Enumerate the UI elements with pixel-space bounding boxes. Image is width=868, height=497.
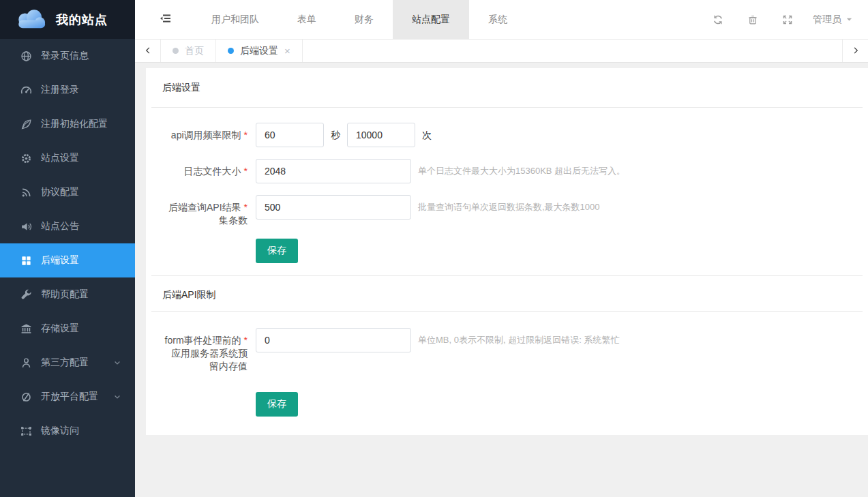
sidebar-item[interactable]: 注册初始化配置 <box>0 107 135 141</box>
tab-label: 后端设置 <box>240 45 278 57</box>
sidebar-item-label: 注册初始化配置 <box>41 118 108 130</box>
speaker-icon <box>20 221 32 232</box>
unit-seconds-label: 秒 <box>331 123 340 147</box>
field-label: 日志文件大小* <box>162 159 248 178</box>
content-area: 后端设置 api调用频率限制* 秒 次 <box>135 63 868 497</box>
app-logo[interactable]: 我的站点 <box>0 0 135 39</box>
reserved-memory-input[interactable] <box>256 328 411 352</box>
sidebar-item[interactable]: 镜像访问 <box>0 414 135 448</box>
gear-icon <box>20 153 32 164</box>
tab-label: 首页 <box>185 45 204 57</box>
refresh-icon[interactable] <box>700 14 735 25</box>
sidebar: 我的站点 登录页信息注册登录注册初始化配置站点设置协议配置站点公告后端设置帮助页… <box>0 0 135 497</box>
sidebar-item[interactable]: 开放平台配置 <box>0 380 135 414</box>
tab-bar: 首页后端设置× <box>135 39 868 63</box>
globe-icon <box>20 50 32 62</box>
sidebar-item-label: 注册登录 <box>41 84 79 96</box>
grid-icon <box>20 255 32 267</box>
log-file-size-input[interactable] <box>256 159 411 183</box>
sidebar-item[interactable]: 帮助页配置 <box>0 277 135 312</box>
save-button[interactable]: 保存 <box>256 392 298 417</box>
backend-api-limit-form: form事件处理前的* 应用服务器系统预 留内存值 单位MB, 0表示不限制, … <box>162 312 852 417</box>
field-label: form事件处理前的* 应用服务器系统预 留内存值 <box>162 328 248 373</box>
form-row-api-rate-limit: api调用频率限制* 秒 次 <box>162 123 852 147</box>
sidebar-item[interactable]: 存储设置 <box>0 312 135 346</box>
sidebar-collapse-button[interactable] <box>135 0 192 39</box>
topnav-item[interactable]: 用户和团队 <box>192 0 278 39</box>
divider <box>151 275 863 276</box>
api-rate-seconds-input[interactable] <box>256 123 324 147</box>
sidebar-item[interactable]: 协议配置 <box>0 175 135 209</box>
sidebar-item[interactable]: 站点公告 <box>0 209 135 243</box>
topnav-item[interactable]: 站点配置 <box>393 0 469 39</box>
tabs-scroll-left-button[interactable] <box>135 40 161 62</box>
sidebar-item-label: 后端设置 <box>41 254 79 267</box>
sidebar-item-label: 第三方配置 <box>41 357 89 369</box>
close-icon[interactable]: × <box>284 46 290 56</box>
top-nav: 用户和团队表单财务站点配置系统 管理员 <box>135 0 868 39</box>
sidebar-item-label: 帮助页配置 <box>41 288 89 301</box>
settings-card: 后端设置 api调用频率限制* 秒 次 <box>146 68 868 435</box>
sidebar-item-label: 开放平台配置 <box>41 391 98 403</box>
topnav-actions <box>700 14 805 25</box>
api-rate-count-input[interactable] <box>347 123 415 147</box>
chevron-down-icon <box>113 393 121 401</box>
field-label: api调用频率限制* <box>162 123 248 142</box>
tabs-scroll-right-button[interactable] <box>842 40 868 62</box>
field-label: 后端查询API结果* 集条数 <box>162 195 248 227</box>
outdent-icon <box>160 13 173 26</box>
caret-down-icon <box>845 16 853 23</box>
section-title-backend-api-limit: 后端API限制 <box>162 288 852 301</box>
chevron-left-icon <box>144 46 152 57</box>
rss-icon <box>20 187 32 198</box>
topnav-item[interactable]: 表单 <box>278 0 335 39</box>
sidebar-item-label: 登录页信息 <box>41 50 89 62</box>
form-row-api-result-count: 后端查询API结果* 集条数 批量查询语句单次返回数据条数,最大条数1000 <box>162 195 852 227</box>
form-row-reserved-memory: form事件处理前的* 应用服务器系统预 留内存值 单位MB, 0表示不限制, … <box>162 328 852 373</box>
api-result-count-input[interactable] <box>256 195 411 220</box>
save-button[interactable]: 保存 <box>256 239 298 263</box>
tab-dot <box>173 48 179 54</box>
topnav-items: 用户和团队表单财务站点配置系统 <box>192 0 526 39</box>
tachometer-icon <box>20 85 32 96</box>
required-asterisk: * <box>244 166 248 177</box>
object-group-icon <box>20 425 32 437</box>
field-hint: 单个日志文件最大大小为15360KB 超出后无法写入。 <box>418 159 625 183</box>
chevron-right-icon <box>852 46 860 57</box>
tab[interactable]: 后端设置× <box>216 40 303 62</box>
sidebar-menu: 登录页信息注册登录注册初始化配置站点设置协议配置站点公告后端设置帮助页配置存储设… <box>0 39 135 448</box>
topnav-item[interactable]: 财务 <box>335 0 393 39</box>
app-window: 我的站点 登录页信息注册登录注册初始化配置站点设置协议配置站点公告后端设置帮助页… <box>0 0 868 497</box>
fullscreen-icon[interactable] <box>770 14 805 25</box>
wrench-icon <box>20 289 32 301</box>
app-title: 我的站点 <box>56 12 108 28</box>
sidebar-item[interactable]: 注册登录 <box>0 73 135 107</box>
sidebar-item-label: 镜像访问 <box>41 425 79 437</box>
trash-icon[interactable] <box>735 14 770 25</box>
pen-icon <box>20 119 32 130</box>
unit-times-label: 次 <box>422 123 432 147</box>
sidebar-item-label: 存储设置 <box>41 322 79 335</box>
user-name: 管理员 <box>813 14 841 26</box>
user-menu[interactable]: 管理员 <box>805 14 868 26</box>
required-asterisk: * <box>244 202 248 213</box>
bank-icon <box>20 323 32 335</box>
required-asterisk: * <box>244 130 248 140</box>
chevron-down-icon <box>113 359 121 367</box>
topnav-item[interactable]: 系统 <box>469 0 526 39</box>
sidebar-item-label: 站点设置 <box>41 152 79 164</box>
form-row-log-file-size: 日志文件大小* 单个日志文件最大大小为15360KB 超出后无法写入。 <box>162 159 852 183</box>
tab[interactable]: 首页 <box>161 40 216 62</box>
section-title-backend-settings: 后端设置 <box>162 80 852 94</box>
topnav-right: 管理员 <box>700 0 868 39</box>
sidebar-item[interactable]: 后端设置 <box>0 243 135 277</box>
field-hint: 单位MB, 0表示不限制, 超过限制返回错误: 系统繁忙 <box>418 328 619 352</box>
sidebar-item[interactable]: 站点设置 <box>0 141 135 175</box>
sidebar-item[interactable]: 第三方配置 <box>0 346 135 380</box>
sidebar-item-label: 站点公告 <box>41 220 79 232</box>
field-hint: 批量查询语句单次返回数据条数,最大条数1000 <box>418 195 600 220</box>
backend-settings-form: api调用频率限制* 秒 次 日志文件大小* <box>162 108 852 263</box>
sidebar-item[interactable]: 登录页信息 <box>0 39 135 73</box>
circle-slash-icon <box>20 391 32 403</box>
sidebar-item-label: 协议配置 <box>41 186 79 198</box>
